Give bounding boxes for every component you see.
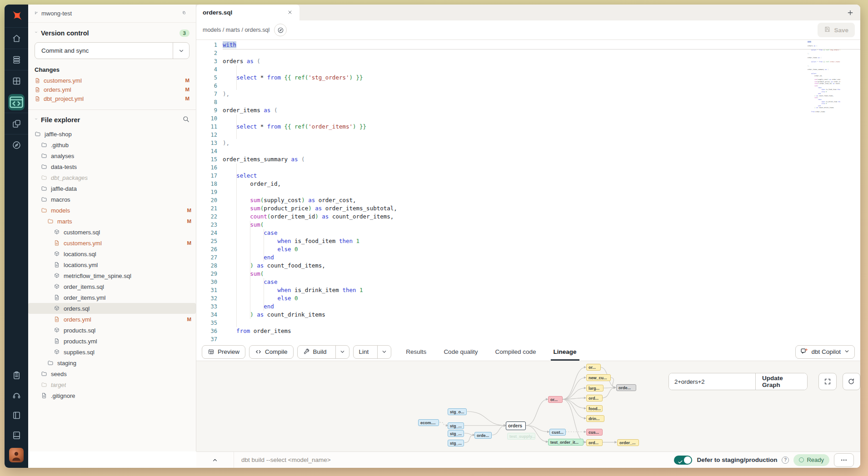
tab-orders-sql[interactable]: orders.sql bbox=[196, 5, 299, 20]
button-label: Preview bbox=[218, 348, 239, 355]
lineage-node-y5[interactable]: food... bbox=[586, 405, 603, 412]
tree-item-jaffle-data[interactable]: jaffle-data bbox=[28, 183, 196, 194]
lineage-node-orders[interactable]: orders bbox=[506, 421, 526, 430]
expand-command-bar-button[interactable] bbox=[196, 452, 234, 468]
tree-item-macros[interactable]: macros bbox=[28, 194, 196, 205]
lineage-node-y2[interactable]: new_cu... bbox=[586, 374, 611, 381]
update-graph-button[interactable]: Update Graph bbox=[755, 373, 807, 390]
changed-file-item[interactable]: orders.yml M bbox=[28, 85, 196, 94]
lineage-node-y4[interactable]: ord... bbox=[586, 395, 603, 402]
lineage-node-orpink[interactable]: or... bbox=[548, 396, 563, 403]
lineage-node-y7[interactable]: ord... bbox=[586, 439, 603, 446]
changed-file-item[interactable]: customers.yml M bbox=[28, 76, 196, 85]
rail-clipboard-icon[interactable] bbox=[5, 365, 28, 385]
tree-item-marts[interactable]: marts M bbox=[28, 216, 196, 227]
tree-item-customers-yml[interactable]: customers.yml M bbox=[28, 238, 196, 248]
build-button[interactable]: Build bbox=[297, 345, 349, 359]
tree-item-products-sql[interactable]: products.sql bbox=[28, 325, 196, 336]
tree-item--github[interactable]: .github bbox=[28, 139, 196, 150]
tree-item-jaffle-shop[interactable]: jaffle-shop bbox=[28, 129, 196, 139]
result-tab-compiled-code[interactable]: Compiled code bbox=[495, 343, 536, 361]
lineage-node-y1[interactable]: or... bbox=[586, 364, 601, 371]
result-tab-results[interactable]: Results bbox=[406, 343, 426, 361]
lineage-node-stg1[interactable]: stg_o... bbox=[448, 408, 467, 415]
tree-item-products-yml[interactable]: products.yml bbox=[28, 336, 196, 347]
open-lineage-icon[interactable] bbox=[274, 24, 287, 36]
dbt-logo-icon[interactable] bbox=[8, 8, 25, 25]
lineage-node-y3[interactable]: larg... bbox=[586, 385, 604, 392]
lineage-node-cust[interactable]: cust... bbox=[549, 429, 566, 436]
tree-item-models[interactable]: models M bbox=[28, 205, 196, 216]
commit-and-sync-button[interactable]: Commit and sync bbox=[35, 42, 190, 59]
rail-support-icon[interactable] bbox=[5, 385, 28, 405]
tree-item-metricflow-time-spine-sql[interactable]: metricflow_time_spine.sql bbox=[28, 270, 196, 281]
lineage-node-stg2[interactable]: stg_... bbox=[448, 422, 464, 429]
branch-header[interactable]: mwong-test bbox=[28, 5, 196, 23]
lint-button[interactable]: Lint bbox=[353, 345, 392, 359]
close-tab-icon[interactable] bbox=[286, 9, 294, 16]
lint-button-chevron[interactable] bbox=[377, 346, 391, 358]
tree-item-order-items-sql[interactable]: order_items.sql bbox=[28, 281, 196, 292]
compile-button[interactable]: Compile bbox=[249, 345, 294, 359]
save-button[interactable]: Save bbox=[818, 23, 855, 37]
rail-develop-icon[interactable] bbox=[5, 91, 28, 113]
help-icon[interactable]: ? bbox=[782, 456, 789, 464]
tree-item-order-items-yml[interactable]: order_items.yml bbox=[28, 292, 196, 303]
rail-apps-icon[interactable] bbox=[5, 70, 28, 91]
refresh-graph-button[interactable] bbox=[843, 373, 860, 390]
lineage-selector-input[interactable] bbox=[669, 373, 755, 390]
line-number: 35 bbox=[196, 319, 217, 327]
lineage-node-y8[interactable]: order_... bbox=[617, 439, 639, 446]
tree-item-locations-yml[interactable]: locations.yml bbox=[28, 259, 196, 270]
rail-catalog-icon[interactable] bbox=[5, 425, 28, 445]
lineage-node-y6[interactable]: drin... bbox=[586, 415, 604, 422]
fullscreen-button[interactable] bbox=[818, 373, 836, 390]
lineage-node-cuspink[interactable]: cus... bbox=[586, 429, 603, 436]
rail-warehouse-icon[interactable] bbox=[5, 49, 28, 70]
code-editor[interactable]: 1with23orders as (45 select * from {{ re… bbox=[196, 40, 860, 343]
user-avatar[interactable] bbox=[9, 448, 24, 462]
lineage-node-gray1[interactable]: orde... bbox=[616, 384, 636, 391]
lineage-node-tsup[interactable]: test_supply... bbox=[507, 433, 535, 440]
apps-icon bbox=[12, 76, 21, 86]
build-button-chevron[interactable] bbox=[335, 346, 349, 358]
lineage-node-orde1[interactable]: orde... bbox=[474, 432, 492, 439]
dbt-copilot-button[interactable]: dbt Copilot bbox=[795, 345, 855, 359]
lineage-node-stg3[interactable]: stg_... bbox=[448, 430, 464, 437]
tree-item-supplies-sql[interactable]: supplies.sql bbox=[28, 347, 196, 357]
lineage-node-stg4[interactable]: stg_... bbox=[448, 440, 464, 446]
tree-item-seeds[interactable]: seeds bbox=[28, 368, 196, 379]
rail-home-icon[interactable] bbox=[5, 27, 28, 49]
tree-item-orders-yml[interactable]: orders.yml M bbox=[28, 314, 196, 325]
result-tab-lineage[interactable]: Lineage bbox=[554, 343, 577, 361]
new-tab-button[interactable] bbox=[840, 5, 860, 20]
defer-toggle[interactable] bbox=[674, 456, 692, 465]
editor-action-bar: PreviewCompileBuildLint ResultsCode qual… bbox=[196, 343, 860, 361]
tree-item-locations-sql[interactable]: locations.sql bbox=[28, 248, 196, 259]
preview-button[interactable]: Preview bbox=[202, 345, 245, 359]
lineage-node-ecom[interactable]: ecom.... bbox=[418, 419, 439, 426]
tree-item-data-tests[interactable]: data-tests bbox=[28, 161, 196, 172]
search-files-icon[interactable] bbox=[182, 115, 190, 124]
file-explorer-header[interactable]: File explorer bbox=[28, 110, 196, 129]
more-options-button[interactable] bbox=[834, 453, 854, 467]
rail-docs-icon[interactable] bbox=[5, 405, 28, 425]
tree-item-analyses[interactable]: analyses bbox=[28, 150, 196, 161]
version-control-header[interactable]: Version control 3 bbox=[28, 23, 196, 40]
editor-minimap[interactable]: withorders as ( select * from {{ ref('st… bbox=[802, 41, 840, 114]
tree-item-staging[interactable]: staging bbox=[28, 357, 196, 368]
result-tab-code-quality[interactable]: Code quality bbox=[444, 343, 478, 361]
rail-orchestrate-icon[interactable] bbox=[5, 113, 28, 134]
copy-branch-icon[interactable] bbox=[182, 9, 190, 18]
tree-item-orders-sql[interactable]: orders.sql bbox=[28, 303, 196, 314]
changed-file-item[interactable]: dbt_project.yml M bbox=[28, 94, 196, 103]
tree-item-customers-sql[interactable]: customers.sql bbox=[28, 227, 196, 238]
dbt-command-input[interactable] bbox=[234, 456, 674, 463]
rail-explore-icon[interactable] bbox=[5, 134, 28, 155]
commit-options-chevron[interactable] bbox=[173, 43, 189, 59]
lineage-node-testorder[interactable]: test_order_it... bbox=[548, 439, 584, 446]
tree-item-label: locations.sql bbox=[64, 251, 96, 258]
tree-item-target[interactable]: target bbox=[28, 379, 196, 390]
tree-item-dbt-packages[interactable]: dbt_packages bbox=[28, 172, 196, 183]
tree-item--gitignore[interactable]: .gitignore bbox=[28, 390, 196, 401]
